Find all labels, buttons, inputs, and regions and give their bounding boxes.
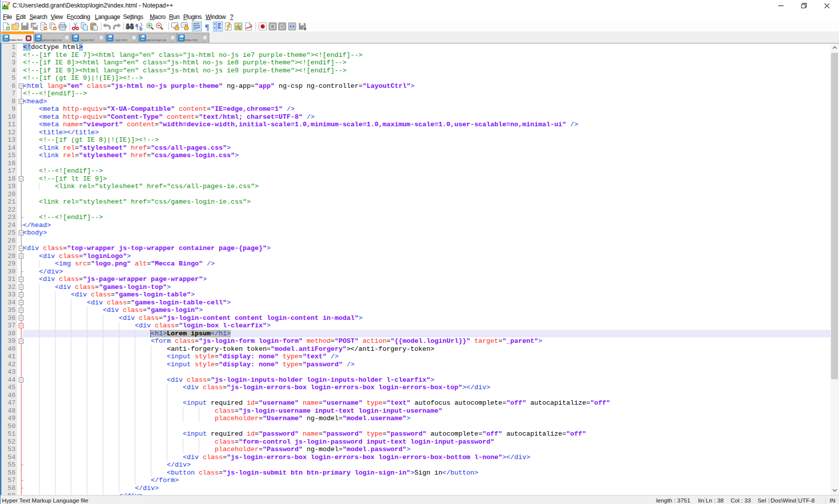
svg-text:¶: ¶: [205, 22, 209, 32]
svg-text:index.html: index.html: [185, 38, 198, 41]
svg-text:a: a: [135, 22, 138, 28]
svg-text:_layout.html: _layout.html: [79, 38, 94, 41]
svg-text:_login.html: _login.html: [113, 38, 127, 41]
svg-text:b: b: [139, 26, 142, 31]
svg-text:games-login.css: games-login.css: [42, 38, 62, 41]
svg-text:index.html: index.html: [9, 38, 22, 41]
svg-text:games-login.css: games-login.css: [146, 38, 167, 41]
